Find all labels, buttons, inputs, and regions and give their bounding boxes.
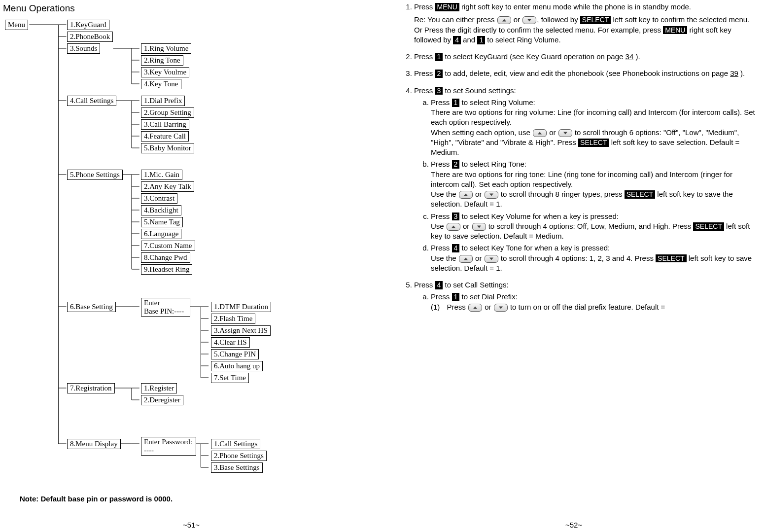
m8-3: 3.Base Settings: [211, 462, 263, 473]
menu-root: Menu: [5, 20, 28, 30]
m6-pin: Enter Base PIN:----: [141, 298, 190, 317]
m6-4: 4.Clear HS: [211, 337, 250, 348]
step-4-sub: Press 1 to select Ring Volume: There are…: [414, 98, 755, 273]
step-4b: Press 2 to select Ring Tone: There are t…: [431, 159, 755, 209]
up-arrow-icon: [468, 304, 482, 312]
t: to select Ring Volume:: [459, 98, 535, 106]
down-arrow-icon: [485, 191, 498, 199]
t: and: [461, 35, 477, 44]
up-arrow-icon: [447, 223, 460, 231]
t: Press: [431, 212, 452, 220]
m6-2: 2.Flash Time: [211, 314, 255, 324]
key-3: 3: [435, 87, 443, 95]
key-select: SELECT: [578, 139, 609, 147]
m4-3: 3.Call Barring: [141, 119, 189, 130]
substep-num: (1): [431, 303, 440, 311]
t: Press: [431, 98, 452, 106]
m7-1: 1.Register: [141, 383, 177, 393]
t: or: [461, 222, 472, 230]
m6-3: 3.Assign Next HS: [211, 325, 271, 336]
m5-8: 8.Change Pwd: [141, 252, 190, 263]
step-1: Press MENU right soft key to enter menu …: [414, 2, 755, 45]
instruction-list: Press MENU right soft key to enter menu …: [392, 2, 755, 312]
t: or: [473, 190, 484, 198]
key-1: 1: [477, 36, 485, 44]
m5-2: 2.Any Key Talk: [141, 181, 194, 192]
up-arrow-icon: [459, 255, 473, 263]
t: right soft key to enter menu mode while …: [459, 2, 691, 11]
t: or: [547, 128, 558, 137]
m6: 6.Base Setting: [67, 302, 116, 312]
t: or: [483, 303, 493, 311]
step-4a: Press 1 to select Ring Volume: There are…: [431, 98, 755, 158]
t: , followed by: [537, 15, 580, 24]
m5-7: 7.Custom Name: [141, 241, 195, 251]
t: ).: [738, 69, 745, 77]
t: Press: [431, 292, 452, 301]
t: Press: [414, 281, 435, 289]
step-5: Press 4 to set Call Settings: Press 1 to…: [414, 280, 755, 312]
m4-2: 2.Group Setting: [141, 107, 194, 118]
t: to set Sound settings:: [443, 86, 516, 95]
step-5a: Press 1 to set Dial Prefix: (1) Press or…: [431, 292, 755, 312]
down-arrow-icon: [522, 16, 536, 24]
t: to scroll through 4 options: 1, 2, 3 and…: [499, 254, 656, 262]
t: to add, delete, edit, view and edit the …: [443, 69, 730, 77]
key-4: 4: [453, 36, 461, 44]
m4: 4.Call Settings: [67, 96, 116, 106]
m8-pw: Enter Password: ----: [141, 437, 196, 456]
m3-4: 4.Key Tone: [141, 79, 181, 89]
key-select: SELECT: [693, 222, 724, 231]
t: Re: You can either press: [414, 15, 497, 24]
t: to scroll through 4 options: Off, Low, M…: [487, 222, 694, 230]
m5: 5.Phone Settings: [67, 170, 123, 180]
t: Use the: [431, 190, 458, 198]
down-arrow-icon: [472, 223, 486, 231]
down-arrow-icon: [494, 304, 508, 312]
up-arrow-icon: [459, 191, 473, 199]
step-1-re: Re: You can either press or , followed b…: [414, 15, 755, 45]
t: There are two options for ring tone: Lin…: [431, 170, 732, 188]
step-2: Press 1 to select KeyGuard (see Key Guar…: [414, 52, 755, 62]
m4-4: 4.Feature Call: [141, 131, 189, 142]
up-arrow-icon: [533, 129, 547, 137]
t: to select Ring Tone:: [459, 160, 526, 168]
step-4d: Press 4 to select Key Tone for when a ke…: [431, 243, 755, 273]
m4-5: 5.Baby Monitor: [141, 143, 194, 153]
step-4c: Press 3 to select Key Volume for when a …: [431, 212, 755, 242]
m4-1: 1.Dial Prefix: [141, 96, 185, 106]
key-4: 4: [452, 244, 460, 252]
t: Press: [414, 86, 435, 95]
key-select: SELECT: [656, 254, 686, 263]
m5-6: 6.Language: [141, 229, 181, 239]
page-number-51: ~51~: [0, 520, 382, 530]
m3-2: 2.Ring Tone: [141, 55, 183, 66]
t: to select KeyGuard (see Key Guard operat…: [443, 52, 625, 61]
t: to scroll through 8 ringer types, press: [499, 190, 625, 198]
t: to turn on or off the dial prefix featur…: [508, 303, 665, 311]
t: Press: [414, 52, 435, 61]
t: Press: [414, 2, 435, 11]
key-select: SELECT: [580, 16, 611, 24]
page-52: Press MENU right soft key to enter menu …: [382, 0, 765, 532]
t: to set Dial Prefix:: [459, 292, 518, 301]
t: or: [512, 15, 522, 24]
key-1: 1: [452, 293, 460, 301]
page-number-52: ~52~: [382, 520, 765, 530]
m6-1: 1.DTMF Duration: [211, 302, 271, 312]
m3-3: 3.Key Voulme: [141, 67, 189, 77]
key-1: 1: [452, 99, 460, 107]
t: to set Call Settings:: [443, 281, 508, 289]
m6-6: 6.Auto hang up: [211, 361, 263, 371]
m8-1: 1.Call Settings: [211, 439, 260, 449]
t: Press: [431, 244, 452, 252]
t: When setting each option, use: [431, 128, 532, 137]
m5-9: 9.Headset Ring: [141, 264, 192, 275]
m1: 1.KeyGuard: [67, 20, 109, 30]
m8: 8.Menu Display: [67, 439, 121, 449]
key-2: 2: [452, 160, 460, 169]
key-2: 2: [435, 70, 443, 78]
m5-5: 5.Name Tag: [141, 217, 183, 227]
key-3: 3: [452, 213, 460, 221]
step-3: Press 2 to add, delete, edit, view and e…: [414, 69, 755, 78]
